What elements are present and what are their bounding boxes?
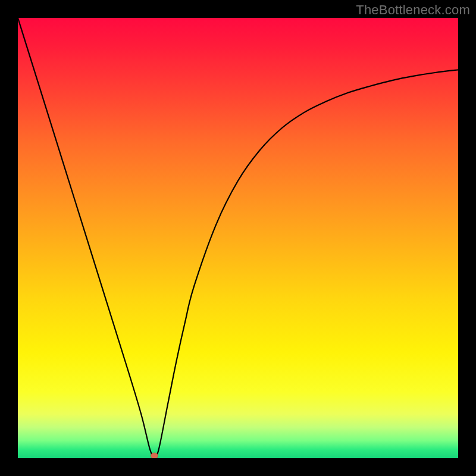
minimum-marker-icon: [151, 453, 158, 458]
curve-layer: [18, 18, 458, 458]
watermark-text: TheBottleneck.com: [356, 2, 470, 18]
bottleneck-curve: [18, 18, 458, 458]
chart-frame: TheBottleneck.com: [0, 0, 476, 476]
plot-area: [18, 18, 458, 458]
